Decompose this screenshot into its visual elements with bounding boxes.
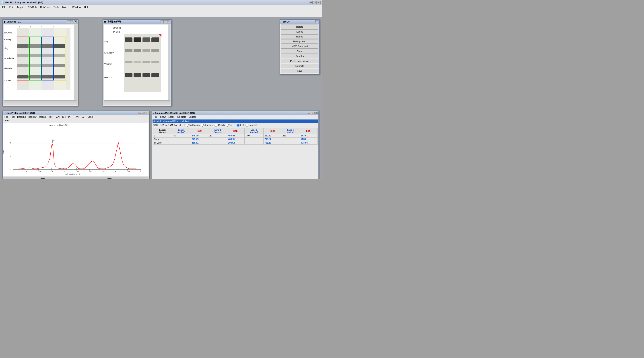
lp-menu-xplus[interactable]: [X+]	[67, 116, 73, 118]
col-header-lane4-molw: Lane 4 (mol.w.)	[281, 128, 300, 134]
menu-item-acquire[interactable]: Acquire	[16, 5, 26, 9]
svg-rect-67	[152, 49, 159, 52]
menu-bar: FileEditAcquire1D-GelsDot-BlotsToolsMacr…	[0, 5, 322, 9]
amounts-maximize[interactable]: □	[311, 112, 314, 114]
svg-text:0: 0	[13, 170, 14, 172]
gel1-scrollbar-h[interactable]	[4, 100, 77, 103]
lp-menu-xeq[interactable]: [X=]	[74, 116, 80, 118]
amounts-menu-calibrate[interactable]: Calibrate	[176, 116, 187, 118]
svg-text:1: 1	[140, 170, 141, 172]
amounts-titlebar[interactable]: ▪ Amounts/Mol.Weights - untitled1 (1/1) …	[152, 111, 318, 115]
btn-rotate[interactable]: Rotate	[281, 24, 318, 29]
lp-menu-laneplus[interactable]: Lane +	[87, 116, 96, 118]
gel2-minimize[interactable]: —	[160, 20, 164, 23]
btn-lanes[interactable]: Lanes	[281, 30, 318, 34]
radio-iod[interactable]: IOD	[236, 124, 244, 126]
gel2-scrollbar-h[interactable]	[104, 100, 170, 103]
amounts-menu-file[interactable]: File	[153, 116, 158, 118]
svg-text:.20: .20	[38, 170, 41, 172]
lp-menu-zeq[interactable]: [Z=]	[55, 116, 61, 118]
menu-item-1d-gels[interactable]: 1D-Gels	[27, 5, 38, 9]
svg-rect-66	[142, 49, 150, 52]
btn-preference-views[interactable]: Preference Views	[281, 59, 318, 63]
svg-text:E-cadherin: E-cadherin	[4, 57, 14, 60]
menu-item-file[interactable]: File	[1, 5, 8, 9]
lp-close[interactable]: ✕	[145, 112, 148, 114]
lp-menu-zminus[interactable]: [Z-]	[61, 116, 66, 118]
gel2-titlebar[interactable]: ▦ 示例.jpg (1/1) — □ ✕	[103, 20, 171, 24]
menu-item-edit[interactable]: Edit	[8, 5, 15, 9]
menu-item-window[interactable]: Window	[71, 5, 82, 9]
cell-inlane-l2-molw	[208, 141, 227, 145]
col-header-lane2-iod: [IOD]	[227, 128, 244, 134]
menu-item-tools[interactable]: Tools	[52, 5, 61, 9]
lp-menu-file[interactable]: File	[4, 116, 9, 118]
menu-item-dot-blots[interactable]: Dot-Blots	[39, 5, 52, 9]
lp-menu-plot[interactable]: Plot	[10, 116, 16, 118]
radio-relbands[interactable]: Rel/bands	[186, 124, 200, 126]
btn-bands[interactable]: Bands	[281, 34, 318, 39]
radio-maxod[interactable]: max.OD	[246, 124, 257, 126]
btn-background[interactable]: Background	[281, 39, 318, 44]
panel-1dgel-close[interactable]: ✕	[315, 20, 318, 23]
svg-text:Slug: Slug	[4, 47, 8, 50]
gel1-titlebar[interactable]: ▦ untitled1 (1/1) — □ ✕	[3, 20, 78, 24]
svg-text:.70: .70	[102, 170, 104, 172]
minimize-button[interactable]: —	[309, 1, 313, 4]
menu-item-help[interactable]: Help	[83, 5, 90, 9]
btn-reports[interactable]: Reports	[281, 64, 318, 68]
amounts-close[interactable]: ✕	[314, 112, 318, 114]
gel2-scrollbar-v[interactable]	[168, 24, 170, 103]
close-button[interactable]: ✕	[317, 1, 321, 4]
lp-menu-zplus[interactable]: [Z+]	[48, 116, 54, 118]
gel2-close[interactable]: ✕	[167, 20, 170, 23]
lp-menu-xminus[interactable]: [X-]	[81, 116, 86, 118]
svg-text:sh-Slug: sh-Slug	[113, 31, 120, 33]
app-title: Gel-Pro Analyzer - untitled1 (1/1)	[5, 1, 43, 4]
radio-relab[interactable]: Rel.ab	[214, 124, 224, 126]
svg-rect-115	[3, 176, 145, 179]
cell-inlane-l4-molw	[281, 141, 300, 145]
btn-results[interactable]: Results	[281, 54, 318, 58]
gel1-close[interactable]: ✕	[74, 20, 77, 23]
svg-rect-64	[125, 49, 132, 52]
menu-item-macro[interactable]: Macro	[61, 5, 70, 9]
panel-1dgel: ▪ 1D-Gel ✕ Rotate Lanes Bands Background…	[280, 19, 320, 74]
panel-1dgel-titlebar[interactable]: ▪ 1D-Gel ✕	[280, 20, 319, 24]
lp-menu-bandid[interactable]: Band ID	[28, 116, 38, 118]
cell-inlane-l1-molw	[172, 141, 191, 145]
svg-text:+: +	[137, 27, 138, 29]
btn-mw-standard[interactable]: M.W. Standard	[281, 44, 318, 48]
gel2-image-area: SPOCK1 — + — + sh-Slug — — + + Slug E-ca…	[104, 24, 170, 103]
lane-profile-title: Lane Profile - untitled1 (1/1)	[6, 112, 35, 114]
lp-maximize[interactable]: □	[142, 112, 145, 114]
svg-text:Mol. Weight in Rf: Mol. Weight in Rf	[65, 173, 80, 176]
amounts-menu-loads[interactable]: Loads	[168, 116, 175, 118]
cell-inlane-l4-iod: 738.96	[300, 141, 318, 145]
amounts-menu-update[interactable]: Update	[188, 116, 197, 118]
amounts-header: Absolute integrated OD of each band.	[152, 120, 318, 123]
lane-profile-titlebar[interactable]: ▪ Lane Profile - untitled1 (1/1) — □ ✕	[3, 111, 149, 115]
panel-1dgel-title: 1D-Gel	[283, 20, 290, 23]
maximize-button[interactable]: □	[313, 1, 317, 4]
gel1-minimize[interactable]: —	[67, 20, 70, 23]
svg-rect-68	[125, 61, 132, 63]
gel1-scrollbar-v[interactable]	[74, 24, 77, 103]
radio-percent[interactable]: %	[226, 124, 232, 126]
amounts-minimize[interactable]: —	[308, 112, 311, 114]
gel2-maximize[interactable]: □	[164, 20, 167, 23]
radio-amounts[interactable]: Amounts	[201, 124, 213, 126]
btn-save[interactable]: Save	[281, 69, 318, 73]
table-row: In Lane 839.61 1047.4 791.83 738.96	[153, 141, 318, 145]
lp-menu-update[interactable]: Update	[38, 116, 47, 118]
amounts-menu: File Show Loads Calibrate Update	[152, 115, 318, 119]
lane-profile-window: ▪ Lane Profile - untitled1 (1/1) — □ ✕ F…	[2, 110, 150, 179]
gel1-maximize[interactable]: □	[70, 20, 73, 23]
lp-minimize[interactable]: —	[138, 112, 142, 114]
amounts-menu-show[interactable]: Show	[159, 116, 166, 118]
btn-slant[interactable]: Slant	[281, 49, 318, 54]
lp-menu-baseline[interactable]: Baseline	[16, 116, 26, 118]
amounts-table-header-row: Lanes: Bands Lane 1 (mol.w.) [IOD] Lane …	[153, 128, 318, 134]
cell-row1-l2-molw: .30	[208, 134, 227, 138]
workspace: ▪ 1D-Gel ✕ Rotate Lanes Bands Background…	[0, 17, 322, 179]
